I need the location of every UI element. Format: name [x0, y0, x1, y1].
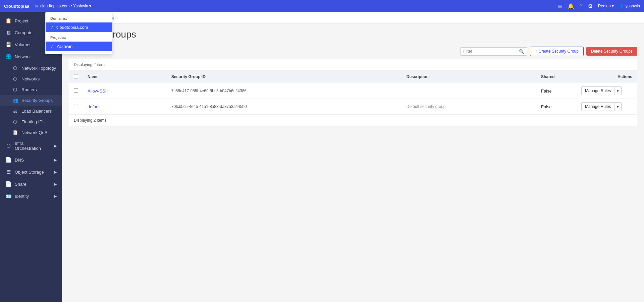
row1-uuid-cell: 7c88e417-955f-4e69-9bc3-b047b6c24386	[167, 83, 402, 99]
network-icon: 🌐	[5, 54, 11, 60]
table-row: default 70fcb5c5-4e4b-41a1-8a83-da37a3a4…	[69, 99, 637, 115]
sidebar-item-object-storage[interactable]: ☰ Object Storage ▶	[0, 166, 62, 178]
sidebar-item-routers[interactable]: ⬡ Routers	[0, 84, 62, 95]
filter-input-wrap: 🔍	[460, 47, 527, 56]
row1-desc-cell	[402, 83, 536, 99]
select-all-checkbox[interactable]	[74, 74, 78, 78]
project-item-yashwin[interactable]: ✓ Yashwin	[46, 42, 112, 51]
chevron-icon: ▶	[54, 182, 57, 186]
sidebar-item-label: Object Storage	[15, 170, 44, 175]
row1-name-cell: Allow-SSH	[83, 83, 167, 99]
row2-name-link[interactable]: default	[88, 104, 101, 109]
help-icon[interactable]: ?	[580, 3, 583, 9]
main-layout: 📋 Project 🖥 Compute 💾 Volumes 🌐 Network …	[0, 12, 644, 302]
sidebar-item-label: Floating IPs	[21, 119, 45, 124]
network-qos-icon: 📋	[12, 130, 18, 135]
create-security-group-button[interactable]: + Create Security Group	[530, 47, 584, 56]
floating-ips-icon: ⬡	[12, 119, 18, 124]
sidebar-item-label: Network QoS	[21, 130, 47, 135]
sidebar-item-dns[interactable]: 📄 DNS ▶	[0, 154, 62, 166]
mail-icon[interactable]: ✉	[558, 3, 562, 9]
topnav-left: Cloudtopiaa 🖥 cloudtopiaa.com • Yashwin …	[4, 4, 91, 9]
security-groups-table: Displaying 2 items Name Security Group I…	[69, 59, 637, 126]
domains-label: Domains:	[46, 15, 112, 22]
sidebar-item-network-topology[interactable]: ⬡ Network Topology	[0, 63, 62, 73]
sidebar-item-label: Routers	[21, 87, 37, 92]
networks-icon: ⬡	[12, 76, 18, 81]
row2-manage-rules-button[interactable]: Manage Rules	[581, 102, 614, 111]
row1-manage-rules-button[interactable]: Manage Rules	[581, 86, 614, 95]
chevron-icon: ▶	[54, 144, 57, 148]
sidebar-item-label: Load Balancers	[21, 109, 52, 114]
row2-checkbox[interactable]	[74, 104, 78, 108]
row2-name-cell: default	[83, 99, 167, 115]
row1-actions-cell: Manage Rules ▾	[577, 83, 637, 99]
infra-icon: ⬡	[5, 143, 11, 149]
header-name: Name	[83, 71, 167, 83]
breadcrumb: Network / Security Groups	[62, 12, 644, 24]
security-groups-data-table: Name Security Group ID Description Share…	[69, 71, 637, 114]
sidebar-item-network-qos[interactable]: 📋 Network QoS	[0, 127, 62, 138]
header-actions: Actions	[577, 71, 637, 83]
sidebar-item-label: Networks	[21, 76, 40, 81]
domain-item-cloudtopiaa[interactable]: ✓ cloudtopiaa.com	[46, 22, 112, 32]
projects-label: Projects:	[46, 34, 112, 42]
routers-icon: ⬡	[12, 87, 18, 92]
table-display-info: Displaying 2 items	[69, 59, 637, 71]
sidebar-item-label: Volumes	[15, 42, 32, 47]
sidebar-item-networks[interactable]: ⬡ Networks	[0, 73, 62, 84]
row2-desc-cell: Default security group	[402, 99, 536, 115]
delete-security-groups-button[interactable]: Delete Security Groups	[586, 47, 637, 56]
sidebar-item-share[interactable]: 📄 Share ▶	[0, 178, 62, 190]
bell-icon[interactable]: 🔔	[568, 3, 574, 9]
row2-checkbox-cell	[69, 99, 83, 115]
row2-actions-cell: Manage Rules ▾	[577, 99, 637, 115]
security-groups-icon: 👥	[12, 98, 18, 103]
brand-logo: Cloudtopiaa	[4, 4, 29, 9]
toolbar: 🔍 + Create Security Group Delete Securit…	[62, 44, 644, 59]
table-body: Allow-SSH 7c88e417-955f-4e69-9bc3-b047b6…	[69, 83, 637, 115]
check-icon-project: ✓	[50, 44, 54, 49]
table-header: Name Security Group ID Description Share…	[69, 71, 637, 83]
domain-item-label: cloudtopiaa.com	[56, 25, 88, 30]
region-selector[interactable]: Region ▾	[598, 4, 614, 8]
sidebar-item-label: Network	[15, 54, 31, 59]
domain-dropdown: Domains: ✓ cloudtopiaa.com Projects: ✓ Y…	[45, 12, 112, 54]
sidebar-item-label: DNS	[15, 158, 24, 163]
row2-uuid-cell: 70fcb5c5-4e4b-41a1-8a83-da37a3a445b0	[167, 99, 402, 115]
sidebar-item-label: Compute	[15, 30, 33, 35]
volumes-icon: 💾	[5, 42, 11, 48]
table-row: Allow-SSH 7c88e417-955f-4e69-9bc3-b047b6…	[69, 83, 637, 99]
object-storage-icon: ☰	[5, 169, 11, 175]
dns-icon: 📄	[5, 157, 11, 163]
header-description: Description	[402, 71, 536, 83]
row2-manage-rules-dropdown[interactable]: ▾	[614, 102, 622, 111]
identity-icon: 🪪	[5, 193, 11, 199]
header-shared: Shared	[536, 71, 577, 83]
chevron-icon: ▶	[54, 170, 57, 174]
row1-action-group: Manage Rules ▾	[581, 86, 632, 95]
project-item-label: Yashwin	[56, 44, 72, 49]
sidebar-item-label: Identity	[15, 194, 29, 199]
sidebar: 📋 Project 🖥 Compute 💾 Volumes 🌐 Network …	[0, 12, 62, 302]
domain-selector[interactable]: 🖥 cloudtopiaa.com • Yashwin ▾	[35, 4, 91, 8]
row2-action-group: Manage Rules ▾	[581, 102, 632, 111]
filter-input[interactable]	[463, 49, 517, 54]
sidebar-item-floating-ips[interactable]: ⬡ Floating IPs	[0, 116, 62, 127]
check-icon: ✓	[50, 25, 54, 30]
project-icon: 📋	[5, 18, 11, 24]
row2-shared-cell: False	[536, 99, 577, 115]
sidebar-item-identity[interactable]: 🪪 Identity ▶	[0, 190, 62, 202]
sidebar-item-label: Share	[15, 182, 26, 187]
load-balancers-icon: ⚖	[12, 108, 18, 114]
compute-icon: 🖥	[5, 30, 11, 36]
row1-name-link[interactable]: Allow-SSH	[88, 88, 108, 94]
row1-checkbox[interactable]	[74, 88, 78, 93]
table-footer-info: Displaying 2 items	[69, 114, 637, 126]
row1-manage-rules-dropdown[interactable]: ▾	[614, 86, 622, 95]
sidebar-item-load-balancers[interactable]: ⚖ Load Balancers	[0, 106, 62, 116]
sidebar-item-infra-orchestration[interactable]: ⬡ Infra Orchestration ▶	[0, 138, 62, 154]
settings-icon[interactable]: ⚙	[588, 3, 593, 9]
user-menu[interactable]: 👤 yashwin	[619, 4, 640, 8]
sidebar-item-security-groups[interactable]: 👥 Security Groups	[0, 95, 62, 106]
